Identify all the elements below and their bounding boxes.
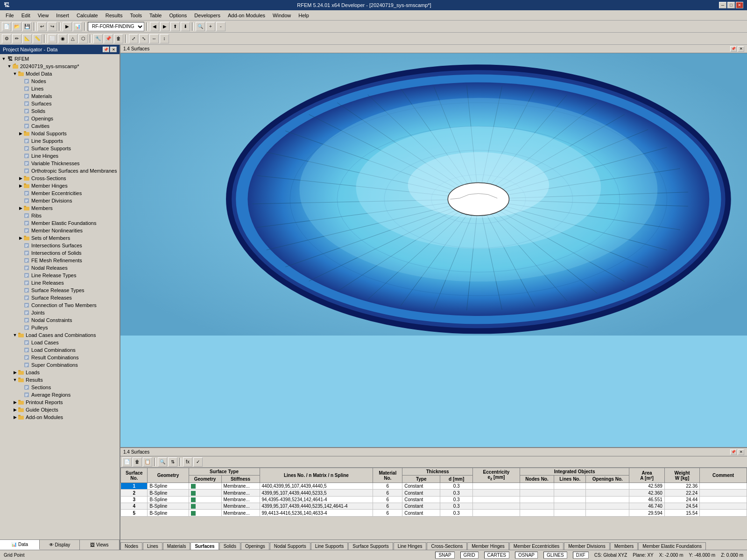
status-dxf[interactable]: DXF (573, 552, 589, 559)
tb2-btn-7[interactable]: △ (68, 34, 78, 43)
nav-close-btn[interactable]: ✕ (110, 47, 117, 52)
menu-item-table[interactable]: Table (146, 12, 165, 19)
bottom-tab-cross-sections[interactable]: Cross-Sections (427, 542, 467, 550)
menu-item-results[interactable]: Results (102, 12, 127, 19)
table-del-btn[interactable]: 🗑 (133, 457, 142, 467)
table-row[interactable]: 5B-SplineMembrane...99,4413-4416,5236,14… (121, 510, 747, 516)
tree-item-loads[interactable]: ▶Loads (1, 369, 119, 376)
status-glines[interactable]: GLINES (543, 552, 567, 559)
bottom-tab-openings[interactable]: Openings (241, 542, 269, 550)
bottom-tab-member-hinges[interactable]: Member Hinges (467, 542, 509, 550)
nav-tab-display[interactable]: 👁 Display (40, 540, 79, 550)
table-row[interactable]: 1B-SplineMembrane...4400,4399,95,107,443… (121, 483, 747, 490)
tb2-btn-14[interactable]: ↔ (149, 34, 159, 43)
minimize-button[interactable]: ─ (719, 2, 726, 8)
tree-item-surface-release-types[interactable]: Surface Release Types (1, 287, 119, 294)
tb-btn-5[interactable]: ◀ (150, 22, 159, 31)
data-table-wrap[interactable]: SurfaceNo. Geometry Surface Type Lines N… (120, 468, 747, 539)
tree-item-super-combinations[interactable]: Super Combinations (1, 361, 119, 369)
table-row[interactable]: 3B-SplineMembrane...94,4395-4398,5234,14… (121, 496, 747, 503)
status-snap[interactable]: SNAP (435, 552, 454, 559)
tb2-btn-5[interactable]: ⬜ (48, 34, 57, 43)
tree-item-members[interactable]: ▶Members (1, 204, 119, 212)
table-copy-btn[interactable]: 📋 (143, 457, 152, 467)
tree-item-load-cases-item[interactable]: Load Cases (1, 339, 119, 346)
tb-btn-10[interactable]: + (206, 22, 215, 31)
bottom-panel-pin[interactable]: 📌 (730, 449, 737, 455)
menu-item-window[interactable]: Window (269, 12, 295, 19)
bottom-tab-materials[interactable]: Materials (163, 542, 190, 550)
canvas-container[interactable] (120, 53, 747, 336)
menu-item-help[interactable]: Help (295, 12, 313, 19)
calc-btn[interactable]: ▶ (63, 22, 72, 31)
bottom-panel-close[interactable]: ✕ (738, 449, 744, 455)
tree-item-member-divisions[interactable]: Member Divisions (1, 197, 119, 204)
tree-item-sections[interactable]: Sections (1, 384, 119, 391)
tree-item-printout-reports[interactable]: ▶Printout Reports (1, 399, 119, 406)
nav-tab-views[interactable]: 🖼 Views (80, 540, 120, 550)
tb2-btn-10[interactable]: 📌 (104, 34, 113, 43)
bottom-tab-surface-supports[interactable]: Surface Supports (348, 542, 393, 550)
tb2-btn-13[interactable]: ⤡ (139, 34, 148, 43)
tree-item-line-release-types[interactable]: Line Release Types (1, 272, 119, 279)
menu-item-view[interactable]: View (34, 12, 53, 19)
menu-item-options[interactable]: Options (165, 12, 190, 19)
tb2-btn-2[interactable]: ✏ (12, 34, 21, 43)
tb2-btn-3[interactable]: 📐 (22, 34, 32, 43)
tree-item-joints[interactable]: Joints (1, 309, 119, 316)
tb-btn-8[interactable]: ⬇ (181, 22, 190, 31)
menu-item-edit[interactable]: Edit (18, 12, 34, 19)
tree-item-pulleys[interactable]: Pulleys (1, 324, 119, 331)
view-close-btn[interactable]: ✕ (738, 46, 744, 52)
table-row[interactable]: 2B-SplineMembrane...4399,95,107,4439,444… (121, 490, 747, 496)
tree-item-member-nonlinearities[interactable]: Member Nonlinearities (1, 227, 119, 234)
tree-item-ribs[interactable]: Ribs (1, 212, 119, 219)
tree-item-member-hinges[interactable]: ▶Member Hinges (1, 182, 119, 189)
tb2-btn-12[interactable]: ⤢ (129, 34, 138, 43)
menu-item-developers[interactable]: Developers (190, 12, 224, 19)
tree-item-nodal-constraints[interactable]: Nodal Constraints (1, 316, 119, 324)
tree-item-rfem[interactable]: ▼🏗RFEM (1, 55, 119, 63)
open-btn[interactable]: 📂 (12, 22, 21, 31)
tree-item-member-eccentricities[interactable]: Member Eccentricities (1, 189, 119, 197)
status-grid[interactable]: GRID (460, 552, 479, 559)
maximize-button[interactable]: □ (727, 2, 735, 8)
bottom-tab-nodal-supports[interactable]: Nodal Supports (270, 542, 310, 550)
tb2-btn-9[interactable]: 🔧 (93, 34, 103, 43)
bottom-tab-surfaces[interactable]: Surfaces (190, 542, 218, 550)
undo-btn[interactable]: ↩ (37, 22, 47, 31)
status-cartes[interactable]: CARTES (484, 552, 509, 559)
nav-pin-btn[interactable]: 📌 (103, 47, 109, 52)
tree-item-load-combinations[interactable]: Load Combinations (1, 346, 119, 354)
tree-item-fe-mesh[interactable]: FE Mesh Refinements (1, 257, 119, 264)
tree-item-intersections-solids[interactable]: Intersections of Solids (1, 249, 119, 257)
bottom-tab-member-divisions[interactable]: Member Divisions (564, 542, 609, 550)
tb-btn-11[interactable]: - (216, 22, 226, 31)
tree-item-surface-releases[interactable]: Surface Releases (1, 294, 119, 301)
tree-item-model-data[interactable]: ▼Model Data (1, 70, 119, 77)
table-sort-btn[interactable]: ⇅ (168, 457, 177, 467)
tree-item-member-elastic[interactable]: Member Elastic Foundations (1, 219, 119, 227)
tree-item-surfaces[interactable]: Surfaces (1, 100, 119, 107)
tree-item-line-supports[interactable]: Line Supports (1, 137, 119, 145)
tree-item-cavities[interactable]: Cavities (1, 122, 119, 130)
menu-item-calculate[interactable]: Calculate (73, 12, 102, 19)
table-row[interactable]: 4B-SplineMembrane...4399,95,107,4439,444… (121, 503, 747, 510)
tree-item-result-combinations[interactable]: Result Combinations (1, 354, 119, 361)
bottom-tab-nodes[interactable]: Nodes (120, 542, 142, 550)
tree-item-guide-objects[interactable]: ▶Guide Objects (1, 406, 119, 413)
bottom-tab-lines[interactable]: Lines (143, 542, 162, 550)
tree-item-add-on-modules[interactable]: ▶Add-on Modules (1, 413, 119, 421)
tb2-btn-4[interactable]: 📏 (33, 34, 42, 43)
tree-item-average-regions[interactable]: Average Regions (1, 391, 119, 399)
tree-item-intersections-surfaces[interactable]: Intersections Surfaces (1, 242, 119, 249)
redo-btn[interactable]: ↪ (48, 22, 57, 31)
bottom-tab-line-hinges[interactable]: Line Hinges (394, 542, 427, 550)
tree-item-nodal-supports[interactable]: ▶Nodal Supports (1, 130, 119, 137)
tb2-btn-1[interactable]: ⚙ (2, 34, 11, 43)
bottom-tab-member-elastic-foundations[interactable]: Member Elastic Foundations (638, 542, 706, 550)
tree-item-solids[interactable]: Solids (1, 107, 119, 115)
tree-item-surface-supports[interactable]: Surface Supports (1, 145, 119, 152)
tree-item-project[interactable]: ▼20240719_sys-smscamp* (1, 63, 119, 70)
new-btn[interactable]: 📄 (2, 22, 11, 31)
